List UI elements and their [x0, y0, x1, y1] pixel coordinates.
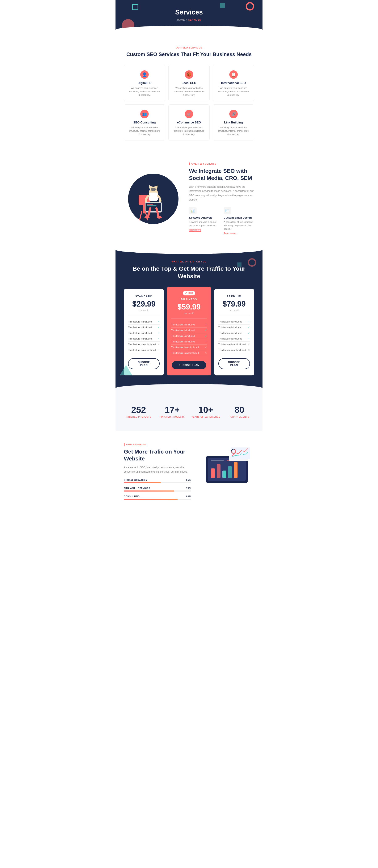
services-grid-row2: 👥 SEO Consulting We analyze your website… [124, 104, 254, 141]
check-icon: ✓ [248, 326, 250, 329]
svg-rect-23 [211, 460, 224, 461]
stat-number-3: 10+ [191, 405, 220, 415]
custom-email-title: Custom Email Design [224, 216, 254, 219]
feature-text: This feature is included [171, 340, 195, 343]
progress-bar-bg-financial [124, 491, 191, 492]
list-item: This feature is not included✕ [171, 350, 207, 356]
progress-skill-name-consulting: CONSULTING [124, 495, 140, 498]
progress-label-digital: DIGITAL STRATEGY 55% [124, 479, 191, 481]
feature-text: This feature is not included [128, 349, 156, 351]
feature-keyword-analysis: 📊 Keyword Analysis Keyword analysis is o… [189, 207, 219, 235]
feature-text: This feature is not included [171, 352, 199, 354]
standard-plan-price: $29.99 [128, 300, 160, 308]
progress-percent-digital: 55% [186, 479, 191, 481]
integrate-section: OVER 150 CLIENTS We Integrate SEO with S… [116, 152, 262, 246]
pricing-wave-top [116, 246, 262, 254]
list-item: This feature is included✓ [218, 324, 250, 330]
page-title: Services [120, 8, 258, 16]
list-item: This feature is included✓ [218, 336, 250, 342]
pricing-deco-square [237, 262, 242, 267]
hero-header: Services HOME / SERVICES [116, 0, 262, 34]
progress-bar-fill-digital [124, 482, 161, 483]
check-icon: ✓ [157, 326, 160, 329]
stat-years-experience: 10+ YEARS OF EXPERIENCE [191, 405, 220, 418]
illustration-bg [128, 174, 179, 224]
local-seo-icon: 🏀 [185, 70, 193, 79]
svg-rect-11 [147, 207, 154, 207]
link-building-icon: 🔗 [229, 110, 238, 118]
service-card-ecommerce-seo: 🛒 eCommerce SEO We analyze your website'… [168, 104, 210, 141]
check-icon: ✓ [157, 332, 160, 335]
service-card-seo-consulting: 👥 SEO Consulting We analyze your website… [124, 104, 165, 141]
feature-text: This feature is not included [218, 343, 246, 346]
list-item: This feature is not included✕ [218, 347, 250, 353]
check-icon: ✓ [248, 332, 250, 335]
svg-point-4 [149, 182, 157, 187]
service-desc-local-seo: We analyze your website's structure, int… [173, 86, 206, 97]
breadcrumb-home[interactable]: HOME [177, 18, 185, 21]
integrate-content: OVER 150 CLIENTS We Integrate SEO with S… [189, 162, 254, 235]
badge-check-icon: ✓ [185, 292, 187, 294]
business-choose-btn[interactable]: Choose Plan [172, 361, 206, 369]
stat-number-4: 80 [225, 405, 254, 415]
premium-choose-btn[interactable]: Choose Plan [218, 358, 250, 369]
over-tag: OVER 150 CLIENTS [189, 162, 254, 165]
feature-text: This feature is included [218, 332, 242, 334]
progress-bar-bg-digital [124, 482, 191, 483]
service-desc-link-building: We analyze your website's structure, int… [217, 126, 250, 136]
business-plan-period: per month [171, 312, 207, 314]
keyword-analysis-read-more[interactable]: Read more [189, 228, 201, 231]
list-item: This feature is included✓ [218, 319, 250, 324]
keyword-analysis-title: Keyword Analysis [189, 216, 219, 219]
progress-bar-bg-consulting [124, 499, 191, 500]
progress-digital-strategy: DIGITAL STRATEGY 55% [124, 479, 191, 483]
feature-text: This feature is included [128, 326, 152, 329]
svg-rect-19 [217, 464, 220, 478]
services-grid-row1: 👤 Digital PR We analyze your website's s… [124, 65, 254, 101]
service-name-local-seo: Local SEO [173, 81, 206, 85]
business-plan-name: BUSINESS [171, 298, 207, 301]
service-card-digital-pr: 👤 Digital PR We analyze your website's s… [124, 65, 165, 101]
svg-rect-22 [234, 462, 238, 478]
custom-email-read-more[interactable]: Read more [224, 232, 235, 235]
service-desc-seo-consulting: We analyze your website's structure, int… [128, 126, 161, 136]
feature-text: This feature is not included [128, 343, 156, 346]
stat-label-2: FINISHED PROJECTS [157, 416, 187, 418]
service-name-link-building: Link Building [217, 121, 250, 124]
deco-circle-right [246, 2, 254, 10]
pricing-offer-tag: WHAT WE OFFER FOR YOU [124, 260, 254, 263]
deco-square-top-right [220, 3, 225, 8]
progress-consulting: CONSULTING 80% [124, 495, 191, 500]
standard-choose-btn[interactable]: Choose Plan [128, 358, 160, 369]
feature-custom-email: ✉️ Custom Email Design A consultant at o… [224, 207, 254, 235]
premium-plan-price: $79.99 [218, 300, 250, 308]
x-icon: ✕ [205, 346, 207, 349]
x-icon: ✕ [157, 348, 160, 351]
check-icon: ✓ [205, 329, 207, 332]
stats-section: 252 FINISHED PROJECTS 17+ FINISHED PROJE… [116, 392, 262, 431]
digital-pr-icon: 👤 [140, 70, 149, 79]
custom-email-icon: ✉️ [224, 207, 231, 214]
service-card-local-seo: 🏀 Local SEO We analyze your website's st… [168, 65, 210, 101]
check-icon: ✓ [157, 337, 160, 340]
dashboard-illustration-svg [199, 443, 254, 485]
list-item: This feature is included✓ [128, 319, 160, 324]
svg-rect-18 [211, 468, 215, 478]
list-item: This feature is included✓ [171, 333, 207, 339]
business-divider [171, 318, 207, 319]
list-item: This feature is included✓ [128, 330, 160, 336]
feature-text: This feature is included [218, 320, 242, 323]
integrate-features: 📊 Keyword Analysis Keyword analysis is o… [189, 207, 254, 235]
services-title: Custom SEO Services That Fit Your Busine… [124, 51, 254, 58]
stat-number-2: 17+ [157, 405, 187, 415]
progress-percent-financial: 75% [186, 487, 191, 490]
stat-number-1: 252 [124, 405, 153, 415]
svg-rect-21 [228, 466, 232, 478]
business-feature-list: This feature is included✓ This feature i… [171, 322, 207, 356]
service-name-seo-consulting: SEO Consulting [128, 121, 161, 124]
pricing-title: Be on the Top & Get More Traffic to Your… [124, 265, 254, 280]
list-item: This feature is included✓ [171, 322, 207, 328]
custom-email-desc: A consultant at our company will assign … [224, 220, 254, 231]
pricing-wave-bottom [116, 384, 262, 392]
check-icon: ✓ [248, 320, 250, 323]
